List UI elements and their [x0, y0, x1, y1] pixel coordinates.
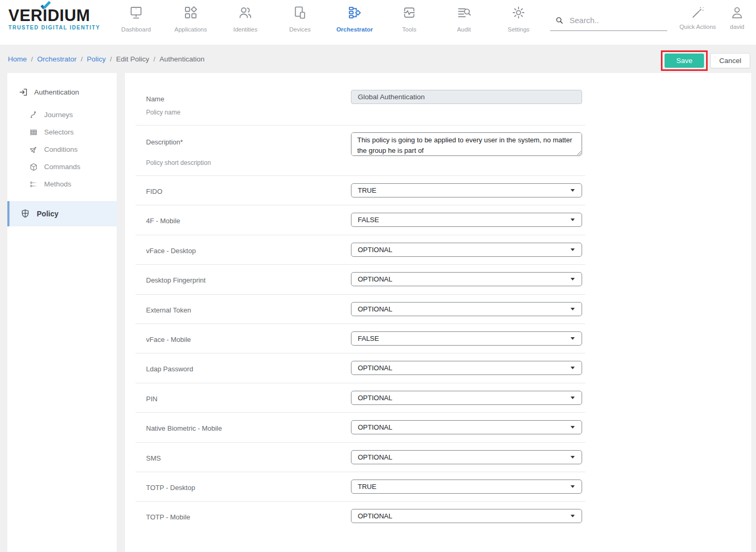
native-biometric-mobile-label: Native Biometric - Mobile — [146, 424, 222, 432]
search-icon — [554, 15, 564, 25]
pin-select[interactable]: OPTIONAL — [351, 391, 582, 405]
nav-item-tools[interactable]: Tools — [382, 5, 437, 33]
sidebar-item-label: Selectors — [44, 128, 74, 136]
description-helper-text: Policy short description — [146, 159, 211, 166]
totp-desktop-select[interactable]: TRUE — [351, 480, 582, 494]
primary-nav: DashboardApplicationsIdentitiesDevicesOr… — [109, 5, 546, 33]
breadcrumb-bar: Home/Orchestrator/Policy/Edit Policy/Aut… — [0, 45, 756, 73]
nav-item-label: Identities — [233, 26, 257, 33]
sidebar-item-journeys[interactable]: Journeys — [7, 106, 117, 123]
sidebar-item-commands[interactable]: Commands — [7, 158, 117, 175]
nav-item-label: Settings — [508, 26, 530, 33]
sidebar-item-label: Conditions — [44, 145, 78, 153]
nav-item-applications[interactable]: Applications — [163, 5, 218, 33]
people-icon — [237, 5, 253, 23]
totp-mobile-select[interactable]: OPTIONAL — [351, 509, 582, 523]
sidebar: Authentication JourneysSelectorsConditio… — [7, 73, 117, 552]
user-label: david — [730, 24, 744, 30]
logo-wordmark: VERIDIUM — [8, 7, 100, 24]
vface-mobile-label: vFace - Mobile — [146, 336, 191, 343]
breadcrumb-item-orchestrator[interactable]: Orchestrator — [37, 55, 77, 63]
veridium-logo[interactable]: VERIDIUM TRUSTED DIGITAL IDENTITY — [8, 7, 100, 30]
nav-item-devices[interactable]: Devices — [273, 5, 327, 33]
4f-mobile-label: 4F - Mobile — [146, 217, 180, 225]
cancel-button[interactable]: Cancel — [710, 53, 750, 68]
sidebar-selected-label: Policy — [37, 210, 58, 218]
nav-item-settings[interactable]: Settings — [491, 5, 546, 33]
nav-item-orchestrator[interactable]: Orchestrator — [327, 5, 382, 33]
cube-icon — [29, 162, 38, 172]
user-icon — [730, 5, 744, 20]
field-row-description: Description*Policy short descriptionThis… — [136, 126, 585, 176]
name-input[interactable] — [351, 90, 582, 104]
desktop-fingerprint-select[interactable]: OPTIONAL — [351, 272, 582, 286]
login-arrow-icon — [18, 87, 28, 97]
name-helper-text: Policy name — [146, 109, 180, 116]
user-menu[interactable]: david — [724, 5, 750, 30]
sidebar-section-label: Authentication — [34, 88, 79, 96]
vface-mobile-select[interactable]: FALSE — [351, 331, 582, 346]
field-row-desktop-fingerprint: Desktop FingerprintOPTIONAL — [136, 265, 585, 294]
vface-desktop-label: vFace - Desktop — [146, 247, 196, 255]
field-row-totp-desktop: TOTP - DesktopTRUE — [136, 472, 585, 502]
sidebar-item-selectors[interactable]: Selectors — [7, 123, 117, 141]
sms-label: SMS — [146, 454, 161, 462]
ldap-password-select[interactable]: OPTIONAL — [351, 361, 582, 375]
save-annotation-highlight: Save — [661, 50, 708, 71]
content-area: Authentication JourneysSelectorsConditio… — [0, 73, 756, 552]
description-textarea[interactable]: This policy is going to be applied to ev… — [351, 132, 582, 156]
field-row-vface-desktop: vFace - DesktopOPTIONAL — [136, 235, 585, 265]
sidebar-section-authentication[interactable]: Authentication — [7, 73, 117, 97]
field-row-ldap-password: Ldap PasswordOPTIONAL — [136, 353, 585, 383]
sidebar-item-policy[interactable]: Policy — [7, 201, 117, 226]
vface-desktop-select[interactable]: OPTIONAL — [351, 243, 582, 257]
field-row-sms: SMSOPTIONAL — [136, 443, 585, 472]
sidebar-item-methods[interactable]: Methods — [7, 175, 117, 193]
nav-item-label: Tools — [402, 26, 417, 33]
breadcrumb-item-home[interactable]: Home — [8, 55, 27, 63]
breadcrumb-item-policy[interactable]: Policy — [87, 55, 106, 63]
quick-actions-label: Quick Actions — [679, 24, 716, 30]
page-actions: Save Cancel — [661, 50, 750, 71]
branch-icon — [29, 145, 38, 154]
field-row-native-biometric-mobile: Native Biometric - MobileOPTIONAL — [136, 413, 585, 442]
totp-mobile-label: TOTP - Mobile — [146, 513, 190, 521]
field-row-4f-mobile: 4F - MobileFALSE — [136, 205, 585, 235]
sidebar-list: JourneysSelectorsConditionsCommandsMetho… — [7, 106, 117, 193]
wand-icon — [690, 5, 705, 20]
ldap-password-label: Ldap Password — [146, 365, 193, 373]
nav-item-audit[interactable]: Audit — [437, 5, 491, 33]
nav-item-label: Dashboard — [121, 26, 151, 33]
nav-item-label: Applications — [174, 26, 207, 33]
field-row-vface-mobile: vFace - MobileFALSE — [136, 324, 585, 353]
nav-item-dashboard[interactable]: Dashboard — [109, 5, 163, 33]
shield-icon — [20, 209, 30, 219]
fido-select[interactable]: TRUE — [351, 183, 582, 197]
devices-icon — [292, 5, 308, 23]
4f-mobile-select[interactable]: FALSE — [351, 213, 582, 227]
external-token-select[interactable]: OPTIONAL — [351, 302, 582, 316]
name-label: Name — [146, 95, 164, 103]
native-biometric-mobile-select[interactable]: OPTIONAL — [351, 420, 582, 434]
save-button[interactable]: Save — [665, 54, 704, 68]
quick-actions-button[interactable]: Quick Actions — [674, 5, 721, 30]
global-search — [550, 14, 667, 31]
search-input[interactable] — [569, 16, 666, 25]
sidebar-item-conditions[interactable]: Conditions — [7, 141, 117, 158]
nav-item-label: Audit — [457, 26, 471, 33]
audit-icon — [456, 5, 472, 23]
nav-item-identities[interactable]: Identities — [218, 5, 273, 33]
pin-label: PIN — [146, 395, 158, 403]
field-row-pin: PINOPTIONAL — [136, 383, 585, 413]
sms-select[interactable]: OPTIONAL — [351, 450, 582, 464]
breadcrumb-separator: / — [110, 55, 112, 63]
field-row-totp-mobile: TOTP - MobileOPTIONAL — [136, 502, 585, 531]
dots-icon — [29, 180, 38, 189]
totp-desktop-label: TOTP - Desktop — [146, 484, 195, 492]
pulse-icon — [401, 5, 417, 23]
flow-icon — [347, 5, 363, 23]
field-row-external-token: External TokenOPTIONAL — [136, 295, 585, 324]
breadcrumb: Home/Orchestrator/Policy/Edit Policy/Aut… — [8, 55, 204, 63]
field-row-name: NamePolicy name — [136, 73, 585, 126]
logo-tagline: TRUSTED DIGITAL IDENTITY — [8, 25, 100, 30]
